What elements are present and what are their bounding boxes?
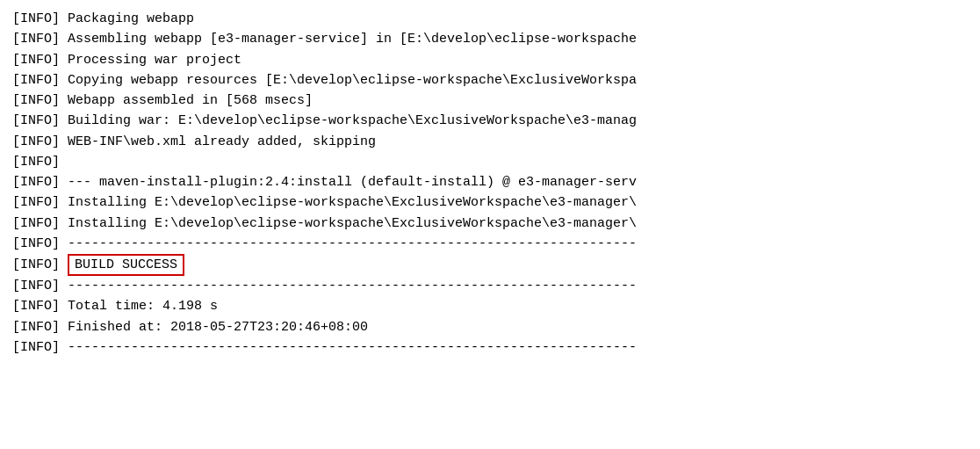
log-line: [INFO] (12, 152, 968, 172)
log-line: [INFO] Assembling webapp [e3-manager-ser… (12, 29, 968, 49)
log-line: [INFO] Webapp assembled in [568 msecs] (12, 91, 968, 111)
build-success-prefix: [INFO] (12, 255, 68, 275)
log-line: [INFO] Processing war project (12, 50, 968, 70)
log-line: [INFO] Building war: E:\develop\eclipse-… (12, 111, 968, 131)
log-line: [INFO] --- maven-install-plugin:2.4:inst… (12, 172, 968, 192)
build-success-line: [INFO] BUILD SUCCESS (12, 254, 968, 276)
log-line: [INFO] ---------------------------------… (12, 337, 968, 358)
log-line: [INFO] ---------------------------------… (12, 234, 968, 254)
log-container: [INFO] Packaging webapp [INFO] Assemblin… (12, 9, 968, 358)
log-line: [INFO] Installing E:\develop\eclipse-wor… (12, 214, 968, 234)
log-line: [INFO] Copying webapp resources [E:\deve… (12, 70, 968, 91)
log-line: [INFO] Total time: 4.198 s (12, 296, 968, 316)
log-line: [INFO] Installing E:\develop\eclipse-wor… (12, 192, 968, 213)
log-line: [INFO] ---------------------------------… (12, 276, 968, 296)
log-line: [INFO] Packaging webapp (12, 9, 968, 29)
log-line: [INFO] Finished at: 2018-05-27T23:20:46+… (12, 317, 968, 337)
log-line: [INFO] WEB-INF\web.xml already added, sk… (12, 132, 968, 152)
build-success-badge: BUILD SUCCESS (68, 254, 184, 276)
